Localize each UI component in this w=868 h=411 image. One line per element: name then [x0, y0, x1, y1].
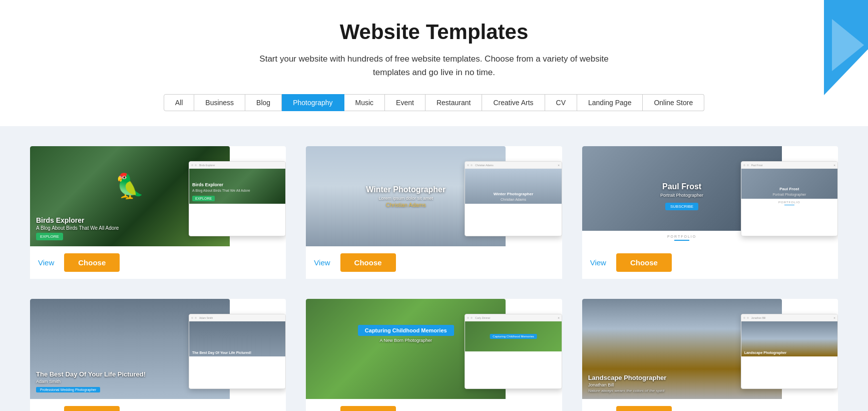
preview-childhood: Capturing Childhood Memories A New Born …	[306, 299, 562, 399]
childhood-subtitle: A New Born Photographer	[358, 338, 454, 343]
birds-cta-small: EXPLORE	[36, 233, 63, 240]
mobile-img-paul: Paul Frost Portrait Photographer	[741, 169, 837, 199]
preview-landscape: Landscape Photographer Jonathan Bill Nat…	[582, 299, 838, 399]
template-card-childhood: Capturing Childhood Memories A New Born …	[306, 299, 562, 411]
mobile-wedding-title: The Best Day Of Your Life Pictured!	[192, 351, 251, 354]
wedding-badge: Professional Wedding Photographer	[36, 387, 100, 392]
choose-button-wedding[interactable]: Choose	[64, 406, 120, 411]
card-actions-wedding: View Choose	[30, 399, 286, 411]
paul-title: Paul Frost	[660, 182, 703, 191]
main-content: Birds Explorer A Blog About Birds That W…	[0, 126, 868, 411]
mobile-paul-title: Paul Frost	[741, 187, 837, 191]
tab-blog[interactable]: Blog	[245, 94, 282, 111]
tab-photography[interactable]: Photography	[282, 94, 344, 111]
template-card-birds-explorer: Birds Explorer A Blog About Birds That W…	[30, 146, 286, 279]
landscape-subtitle: Nature always wears the colors of the sp…	[588, 388, 776, 393]
paul-center-overlay: Paul Frost Portrait Photographer SUBSCRI…	[660, 182, 703, 210]
tab-music[interactable]: Music	[344, 94, 385, 111]
mobile-img-childhood: Capturing Childhood Memories	[465, 321, 561, 351]
preview-mobile-wedding: Adam Smith The Best Day Of Your Life Pic…	[189, 314, 286, 389]
card-actions-childhood: View Choose	[306, 399, 562, 411]
mobile-header-birds: Birds Explorer	[189, 162, 285, 169]
mobile-header-landscape: Jonathon Bill ✕	[741, 314, 837, 321]
tab-landing-page[interactable]: Landing Page	[577, 94, 643, 111]
tab-cv[interactable]: CV	[545, 94, 577, 111]
tab-all[interactable]: All	[164, 94, 195, 111]
paul-cta-btn: SUBSCRIBE	[665, 203, 698, 210]
preview-paul-frost: Paul Frost Portrait Photographer SUBSCRI…	[582, 146, 838, 246]
childhood-center-overlay: Capturing Childhood Memories A New Born …	[358, 325, 454, 343]
mobile-winter-title: Winter Photographer	[465, 192, 561, 196]
mobile-img-landscape: Landscape Photographer	[741, 321, 837, 356]
mobile-img-wedding: The Best Day Of Your Life Pictured!	[189, 321, 285, 356]
card-actions-paul: View Choose	[582, 246, 838, 279]
tab-event[interactable]: Event	[385, 94, 425, 111]
tab-creative-arts[interactable]: Creative Arts	[482, 94, 545, 111]
choose-button-paul[interactable]: Choose	[616, 253, 672, 272]
filter-bar: All Business Blog Photography Music Even…	[10, 94, 858, 111]
arrow-decoration	[818, 0, 868, 95]
view-button-winter[interactable]: View	[314, 258, 330, 267]
template-card-paul-frost: Paul Frost Portrait Photographer SUBSCRI…	[582, 146, 838, 279]
preview-mobile-winter: Christian Adams ✕ Winter Photographer Ch…	[465, 161, 562, 236]
mobile-paul-portfolio: PORTFOLIO	[743, 201, 835, 204]
tab-business[interactable]: Business	[194, 94, 245, 111]
tab-restaurant[interactable]: Restaurant	[425, 94, 482, 111]
winter-subtitle: Lorem ipsum dolor sit amet	[366, 196, 446, 201]
winter-title: Winter Photographer	[366, 185, 446, 194]
paul-subtitle: Portrait Photographer	[660, 193, 703, 198]
card-actions-winter: View Choose	[306, 246, 562, 279]
mobile-birds-btn: EXPLORE	[192, 196, 215, 201]
view-button-paul[interactable]: View	[590, 258, 606, 267]
preview-winter: Winter Photographer Lorem ipsum dolor si…	[306, 146, 562, 246]
winter-author: Christian Adams	[366, 202, 446, 208]
template-grid: Birds Explorer A Blog About Birds That W…	[30, 146, 838, 411]
template-card-wedding: The Best Day Of Your Life Pictured! Adam…	[30, 299, 286, 411]
card-actions-landscape: View Choose	[582, 399, 838, 411]
mobile-paul-sub: Portrait Photographer	[741, 192, 837, 197]
template-card-winter: Winter Photographer Lorem ipsum dolor si…	[306, 146, 562, 279]
choose-button-landscape[interactable]: Choose	[616, 406, 672, 411]
mobile-header-wedding: Adam Smith	[189, 314, 285, 321]
preview-wedding: The Best Day Of Your Life Pictured! Adam…	[30, 299, 286, 399]
page-subtitle: Start your website with hundreds of free…	[254, 52, 614, 79]
choose-button-birds[interactable]: Choose	[64, 253, 120, 272]
preview-mobile-paul: Paul Frost ✕ Paul Frost Portrait Photogr…	[741, 161, 838, 236]
tab-online-store[interactable]: Online Store	[643, 94, 704, 111]
winter-center-overlay: Winter Photographer Lorem ipsum dolor si…	[366, 185, 446, 208]
mobile-header-childhood: Carly Zimmer ✕	[465, 314, 561, 321]
template-card-landscape: Landscape Photographer Jonathan Bill Nat…	[582, 299, 838, 411]
preview-mobile-birds: Birds Explorer Birds Explorer A Blog Abo…	[189, 161, 286, 236]
page-title: Website Templates	[10, 20, 858, 44]
mobile-header-winter: Christian Adams ✕	[465, 162, 561, 169]
paul-portfolio-bar	[674, 240, 689, 241]
mobile-img-birds: Birds Explorer A Blog About Birds That W…	[189, 169, 285, 204]
mobile-img-winter: Winter Photographer Christian Adams	[465, 169, 561, 204]
mobile-childhood-tag: Capturing Childhood Memories	[490, 334, 537, 339]
mobile-landscape-title: Landscape Photographer	[744, 351, 786, 354]
preview-birds-explorer: Birds Explorer A Blog About Birds That W…	[30, 146, 286, 246]
preview-mobile-landscape: Jonathon Bill ✕ Landscape Photographer	[741, 314, 838, 389]
mobile-birds-sub: A Blog About Birds That We All Adore	[192, 188, 250, 193]
mobile-winter-author: Christian Adams	[465, 197, 561, 202]
card-actions-birds: View Choose	[30, 246, 286, 279]
page-header: Website Templates Start your website wit…	[0, 0, 868, 126]
preview-mobile-childhood: Carly Zimmer ✕ Capturing Childhood Memor…	[465, 314, 562, 389]
choose-button-winter[interactable]: Choose	[340, 253, 396, 272]
view-button-birds[interactable]: View	[38, 258, 54, 267]
mobile-header-paul: Paul Frost ✕	[741, 162, 837, 169]
mobile-birds-title: Birds Explorer	[192, 182, 250, 187]
choose-button-childhood[interactable]: Choose	[340, 406, 396, 411]
childhood-tag: Capturing Childhood Memories	[358, 325, 454, 336]
